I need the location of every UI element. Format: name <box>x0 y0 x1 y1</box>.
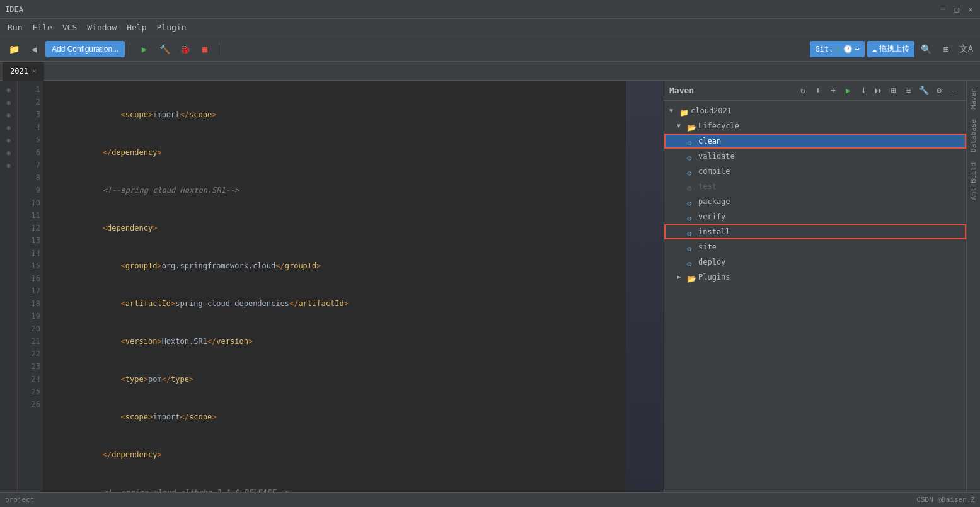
tab-label: 2021 <box>10 67 28 76</box>
menu-plugin[interactable]: Plugin <box>152 21 192 33</box>
maven-run-btn[interactable]: ▶ <box>841 84 855 98</box>
code-line: <type>pom</type> <box>48 373 621 385</box>
maven-title: Maven <box>669 86 793 95</box>
code-line: <artifactId>spring-cloud-dependencies</a… <box>48 297 621 310</box>
tree-item-package-label: package <box>698 195 730 208</box>
tree-item-verify[interactable]: ⚙ verify <box>664 209 966 224</box>
tree-lifecycle[interactable]: ▼ 📂 Lifecycle <box>664 118 966 134</box>
gear-icon-clean: ⚙ <box>687 137 696 145</box>
lifecycle-folder-icon: 📂 <box>687 122 696 130</box>
tuichuan-label: 拖拽上传 <box>879 43 909 54</box>
layout-button[interactable]: ⊞ <box>937 40 955 58</box>
status-csdn: CSDN @Daisen.Z <box>916 496 975 504</box>
git-check-icon: ✔ <box>836 45 840 54</box>
debug-button[interactable]: 🐞 <box>176 40 193 58</box>
menu-window[interactable]: Window <box>82 21 122 33</box>
translate-button[interactable]: 文A <box>957 40 975 58</box>
code-line: <scope>import</scope> <box>48 411 621 423</box>
tab-2021[interactable]: 2021 ✕ <box>3 62 44 81</box>
maximize-button[interactable]: □ <box>952 5 961 14</box>
code-content[interactable]: 12345 678910 1112131415 1617181920 21222… <box>18 81 664 492</box>
tree-item-install[interactable]: ⚙ install <box>664 224 966 239</box>
tree-item-compile-label: compile <box>698 165 730 178</box>
maven-tree[interactable]: ▼ 📁 cloud2021 ▼ 📂 Lifecycle ⚙ clean ⚙ va… <box>664 101 966 492</box>
code-line: <!--spring cloud Hoxton.SR1--> <box>48 184 621 197</box>
gutter-icon-2: ◉ <box>4 97 14 107</box>
tree-item-validate[interactable]: ⚙ validate <box>664 149 966 164</box>
tab-close-button[interactable]: ✕ <box>32 67 37 75</box>
tree-plugins[interactable]: ▶ 📂 Plugins <box>664 270 966 285</box>
maven-add-btn[interactable]: + <box>826 84 840 98</box>
build-button[interactable]: 🔨 <box>156 40 173 58</box>
maven-refresh-btn[interactable]: ↻ <box>796 84 810 98</box>
tree-item-test[interactable]: ⚙ test <box>664 179 966 194</box>
status-right: CSDN @Daisen.Z <box>916 496 975 504</box>
tree-item-clean-label: clean <box>698 135 721 147</box>
right-sidebar: Maven Database Ant Build <box>966 81 980 492</box>
maven-panel: Maven ↻ ⬇ + ▶ ⤓ ⏭ ⊞ ≡ 🔧 ⚙ — ▼ 📁 cloud202… <box>664 81 966 492</box>
toolbar-open-btn[interactable]: 📁 <box>5 40 23 58</box>
toolbar: 📁 ◀ Add Configuration... ▶ 🔨 🐞 ■ Git: ✔ … <box>0 37 980 62</box>
gear-icon-test: ⚙ <box>687 182 696 191</box>
toolbar-right: Git: ✔ 🕐 ↩ ☁ 拖拽上传 🔍 ⊞ 文A <box>810 40 975 58</box>
tree-item-site[interactable]: ⚙ site <box>664 239 966 254</box>
menu-file[interactable]: File <box>27 21 57 33</box>
run-button[interactable]: ▶ <box>135 40 153 58</box>
tree-plugins-label: Plugins <box>698 271 730 283</box>
tree-item-deploy[interactable]: ⚙ deploy <box>664 254 966 270</box>
maven-toggle-btn[interactable]: ⊞ <box>887 84 901 98</box>
tree-item-compile[interactable]: ⚙ compile <box>664 164 966 179</box>
git-clock-icon: 🕐 <box>843 45 853 54</box>
git-button[interactable]: Git: ✔ 🕐 ↩ <box>810 41 864 57</box>
search-button[interactable]: 🔍 <box>917 40 935 58</box>
add-configuration-button[interactable]: Add Configuration... <box>45 41 125 57</box>
toolbar-back-btn[interactable]: ◀ <box>25 40 43 58</box>
maven-toolbar: ↻ ⬇ + ▶ ⤓ ⏭ ⊞ ≡ 🔧 ⚙ — <box>796 84 961 98</box>
tree-item-package[interactable]: ⚙ package <box>664 194 966 209</box>
gutter-icon-1: ◉ <box>4 84 14 94</box>
stop-button[interactable]: ■ <box>196 40 214 58</box>
code-lines: <scope>import</scope> </dependency> <!--… <box>43 81 626 492</box>
main-area: ◉ ◉ ◉ ◉ ◉ ◉ ◉ 12345 678910 1112131415 16… <box>0 81 980 492</box>
tab-bar: 2021 ✕ <box>0 62 980 81</box>
tuichuan-button[interactable]: ☁ 拖拽上传 <box>867 41 914 57</box>
tree-item-deploy-label: deploy <box>698 256 725 268</box>
code-line: </dependency> <box>48 448 621 461</box>
menu-vcs[interactable]: VCS <box>57 21 82 33</box>
menu-help[interactable]: Help <box>122 21 151 33</box>
tree-root-label: cloud2021 <box>691 105 732 117</box>
maven-minimize-btn[interactable]: — <box>947 84 961 98</box>
tree-item-validate-label: validate <box>698 150 735 162</box>
maven-sort-btn[interactable]: ≡ <box>902 84 916 98</box>
maven-settings-btn[interactable]: ⚙ <box>932 84 946 98</box>
maven-skip-btn[interactable]: ⏭ <box>872 84 885 98</box>
code-line: <dependency> <box>48 222 621 234</box>
gear-icon-verify: ⚙ <box>687 212 696 221</box>
gear-icon-deploy: ⚙ <box>687 258 696 266</box>
left-gutter: ◉ ◉ ◉ ◉ ◉ ◉ ◉ <box>0 81 18 492</box>
tree-lifecycle-label: Lifecycle <box>698 120 739 132</box>
minimize-button[interactable]: ─ <box>938 5 947 14</box>
tree-item-site-label: site <box>698 241 717 253</box>
status-bar: project CSDN @Daisen.Z <box>0 492 980 507</box>
tree-root[interactable]: ▼ 📁 cloud2021 <box>664 103 966 118</box>
code-line: <!--spring cloud alibaba 2.1.0.RELEASE--… <box>48 486 621 492</box>
right-panel-maven[interactable]: Maven <box>968 83 979 114</box>
plugins-expand-icon: ▶ <box>677 271 684 283</box>
git-undo-icon: ↩ <box>855 45 860 54</box>
maven-download-btn[interactable]: ⤓ <box>856 84 870 98</box>
gutter-icon-4: ◉ <box>4 122 14 132</box>
gear-icon-package: ⚙ <box>687 197 696 206</box>
close-button[interactable]: ✕ <box>966 5 975 14</box>
right-panel-database[interactable]: Database <box>968 114 979 157</box>
cloud-upload-icon: ☁ <box>872 45 877 54</box>
tree-item-clean[interactable]: ⚙ clean <box>664 134 966 149</box>
tree-item-verify-label: verify <box>698 210 725 223</box>
gutter-icon-3: ◉ <box>4 110 14 120</box>
menu-run[interactable]: Run <box>3 21 27 33</box>
maven-wrench-btn[interactable]: 🔧 <box>917 84 931 98</box>
gutter-icon-6: ◉ <box>4 147 14 157</box>
maven-collapse-btn[interactable]: ⬇ <box>811 84 825 98</box>
right-panel-ant-build[interactable]: Ant Build <box>968 157 979 205</box>
title-bar: IDEA ─ □ ✕ <box>0 0 980 19</box>
